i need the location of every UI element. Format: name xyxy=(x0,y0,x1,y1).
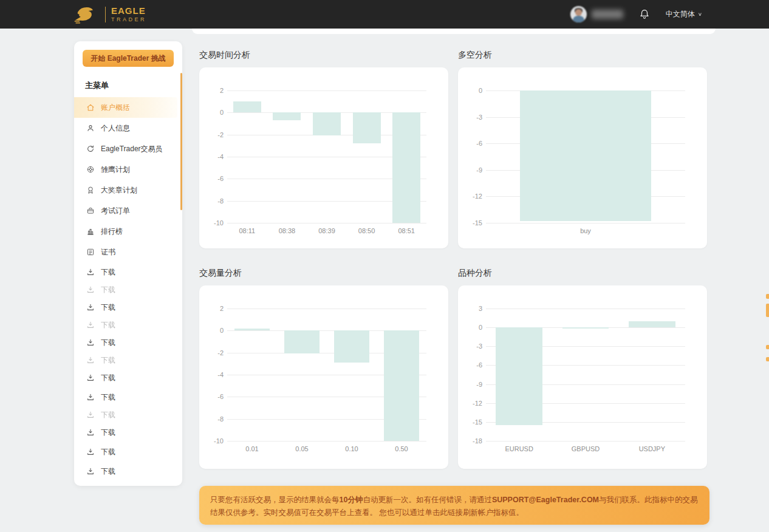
app-root: EAGLE TRADER 中文简体 ∨ xyxy=(0,0,769,532)
chart-bar-USDJPY xyxy=(629,321,675,327)
sidebar-item-download[interactable]: 下载 xyxy=(74,333,182,352)
download-icon xyxy=(86,268,95,276)
chart-title: 品种分析 xyxy=(458,268,707,279)
y-axis-tick-label: -15 xyxy=(459,418,482,426)
sidebar-item-medal-plan[interactable]: 大奖章计划 xyxy=(74,180,182,200)
chevron-down-icon: ∨ xyxy=(698,12,702,17)
sidebar-item-download[interactable]: 下载 xyxy=(74,317,182,333)
download-icon xyxy=(86,303,95,312)
sidebar-item-eagletrader-trader[interactable]: EagleTrader交易员 xyxy=(74,138,182,159)
sidebar-item-label: 下载 xyxy=(101,373,115,383)
y-axis-tick-label: 0 xyxy=(459,324,482,331)
y-axis-tick-label: -9 xyxy=(459,381,482,388)
sidebar-item-download[interactable]: 下载 xyxy=(74,462,182,481)
y-axis-tick-label: -15 xyxy=(459,219,482,227)
brand-logo[interactable]: EAGLE TRADER xyxy=(73,0,146,29)
sidebar-item-label: 账户概括 xyxy=(101,103,130,113)
sidebar-item-label: 下载 xyxy=(101,410,115,420)
download-icon xyxy=(86,373,95,382)
y-axis-tick-label: 2 xyxy=(200,87,224,94)
medal-icon xyxy=(86,186,95,194)
helm-icon xyxy=(86,165,95,174)
notice-text-segment: 10分钟 xyxy=(340,496,363,504)
download-icon xyxy=(86,321,95,329)
y-axis-tick-label: 0 xyxy=(200,109,224,116)
sidebar-item-label: 下载 xyxy=(101,338,115,348)
y-axis-tick-label: -9 xyxy=(459,166,482,174)
start-challenge-button[interactable]: 开始 EagleTrader 挑战 xyxy=(83,50,174,67)
chart-bar-08:51 xyxy=(392,112,420,223)
chart-card: 0-3-6-9-12-15buy xyxy=(458,67,707,248)
sidebar-item-label: 下载 xyxy=(101,447,115,457)
chart-bar-buy xyxy=(520,90,651,221)
notification-bell-icon[interactable] xyxy=(639,9,650,21)
chart-bar-EURUSD xyxy=(496,327,542,425)
chart-bar-GBPUSD xyxy=(562,327,609,329)
sidebar-item-young-eagle-plan[interactable]: 雏鹰计划 xyxy=(74,159,182,180)
user-menu[interactable] xyxy=(570,6,623,22)
user-icon xyxy=(86,124,95,132)
y-axis-tick-label: -2 xyxy=(200,349,224,356)
gridline xyxy=(227,90,426,91)
x-axis-tick-label: USDJPY xyxy=(639,445,665,452)
menu-section-title: 主菜单 xyxy=(85,80,182,91)
chart-icon xyxy=(86,227,95,236)
sidebar-item-download[interactable]: 下载 xyxy=(74,368,182,387)
chart-volume-analysis: 交易量分析 20-2-4-6-8-100.010.050.100.50 xyxy=(199,268,448,469)
x-axis-tick-label: 0.10 xyxy=(345,445,358,452)
top-header: EAGLE TRADER 中文简体 ∨ xyxy=(0,0,769,29)
download-icon xyxy=(86,285,95,294)
x-axis-tick-label: 0.05 xyxy=(295,445,308,452)
sidebar-item-label: 下载 xyxy=(101,320,115,330)
y-axis-tick-label: 3 xyxy=(459,305,482,312)
gridline xyxy=(486,441,685,442)
sidebar-item-leaderboard[interactable]: 排行榜 xyxy=(74,221,182,242)
sidebar-item-exam-orders[interactable]: 考试订单 xyxy=(74,200,182,221)
chart-bar-0.50 xyxy=(384,330,419,441)
y-axis-tick-label: -12 xyxy=(459,400,482,407)
sidebar-item-download[interactable]: 下载 xyxy=(74,282,182,298)
download-icon xyxy=(86,356,95,364)
sidebar-item-label: 大奖章计划 xyxy=(101,185,137,196)
chart-title: 多空分析 xyxy=(458,50,707,61)
sidebar-item-download[interactable]: 下载 xyxy=(74,387,182,407)
y-axis-tick-label: -6 xyxy=(459,140,482,147)
sidebar-item-download[interactable]: 下载 xyxy=(74,262,182,282)
y-axis-tick-label: -6 xyxy=(459,361,482,369)
sidebar-item-label: 下载 xyxy=(101,302,115,313)
update-notice-banner[interactable]: 只要您有活跃交易，显示的结果就会每10分钟自动更新一次。如有任何错误，请通过SU… xyxy=(199,486,709,525)
gridline xyxy=(486,309,685,309)
edge-fragment xyxy=(766,294,769,299)
chart-title: 交易时间分析 xyxy=(199,50,448,61)
x-axis-tick-label: buy xyxy=(580,227,591,234)
sidebar-item-download[interactable]: 下载 xyxy=(74,423,182,442)
sidebar-item-download[interactable]: 下载 xyxy=(74,352,182,368)
chart-symbol-analysis: 品种分析 30-3-6-9-12-15-18EURUSDGBPUSDUSDJPY xyxy=(458,268,707,469)
y-axis-tick-label: -4 xyxy=(200,153,224,160)
chart-card: 30-3-6-9-12-15-18EURUSDGBPUSDUSDJPY xyxy=(458,285,707,469)
certificate-icon xyxy=(86,248,95,256)
x-axis-tick-label: 08:39 xyxy=(318,227,335,234)
sidebar-item-certificate[interactable]: 证书 xyxy=(74,242,182,262)
x-axis-tick-label: 08:38 xyxy=(279,227,296,234)
sidebar-item-download[interactable]: 下载 xyxy=(74,407,182,423)
y-axis-tick-label: -4 xyxy=(200,371,224,378)
language-selector[interactable]: 中文简体 ∨ xyxy=(666,9,702,19)
sidebar-item-label: 下载 xyxy=(101,428,115,438)
avatar[interactable] xyxy=(570,6,587,22)
download-icon xyxy=(86,467,95,476)
sidebar: 开始 EagleTrader 挑战 主菜单 账户概括个人信息EagleTrade… xyxy=(74,41,182,486)
chart-bar-08:50 xyxy=(353,112,381,143)
sidebar-item-personal-info[interactable]: 个人信息 xyxy=(74,118,182,138)
eagle-logo-icon xyxy=(73,5,100,24)
y-axis-tick-label: 0 xyxy=(459,87,482,94)
chart-long-short-analysis: 多空分析 0-3-6-9-12-15buy xyxy=(458,50,707,248)
sidebar-item-label: 雏鹰计划 xyxy=(101,165,130,175)
sidebar-item-account-overview[interactable]: 账户概括 xyxy=(74,97,177,118)
sidebar-scrollbar[interactable] xyxy=(180,73,182,210)
gridline xyxy=(227,441,426,442)
sidebar-item-download[interactable]: 下载 xyxy=(74,298,182,317)
sidebar-item-download[interactable]: 下载 xyxy=(74,442,182,462)
y-axis-tick-label: -18 xyxy=(459,437,482,445)
sidebar-item-label: 证书 xyxy=(101,247,115,257)
